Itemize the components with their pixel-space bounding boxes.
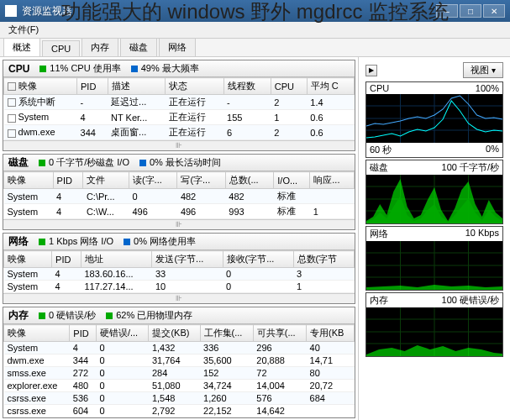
- square-icon: [39, 66, 46, 72]
- table-row[interactable]: System401,43233629640: [4, 342, 355, 354]
- chart-memory: 内存100 硬错误/秒: [365, 292, 503, 357]
- titlebar: 资源监视器 – □ ✕: [0, 0, 510, 22]
- panel-mem-header[interactable]: 内存 0 硬错误/秒 62% 已用物理内存: [3, 307, 355, 324]
- disk-table: 映像PID文件读(字...写(字...总数(...I/O...响应... Sys…: [3, 171, 355, 219]
- square-icon: [131, 66, 138, 72]
- scroll-hint[interactable]: ⊪: [3, 293, 355, 303]
- square-icon: [39, 312, 45, 319]
- table-row[interactable]: 系统中断-延迟过...正在运行-21.4: [4, 95, 355, 110]
- table-row[interactable]: dwm.exe344031,76435,60020,88814,71: [4, 354, 355, 367]
- tab-cpu[interactable]: CPU: [42, 40, 80, 56]
- window-title: 资源监视器: [22, 4, 436, 18]
- table-row[interactable]: csrss.exe60402,79222,15214,642: [4, 405, 355, 417]
- maximize-button[interactable]: □: [460, 4, 481, 18]
- left-pane: CPU 11% CPU 使用率 49% 最大频率 映像 PID 描述 状态 线程…: [0, 57, 359, 420]
- tabbar: 概述 CPU 内存 磁盘 网络: [0, 39, 510, 57]
- panel-cpu-title: CPU: [8, 63, 29, 75]
- checkbox-icon[interactable]: [8, 82, 16, 91]
- table-row[interactable]: System4C:\Pr...0482482标准: [4, 189, 355, 204]
- tab-network[interactable]: 网络: [159, 38, 196, 56]
- tab-memory[interactable]: 内存: [81, 38, 118, 56]
- mem-table: 映像PID硬错误/...提交(KB)工作集(...可共享(...专用(KB Sy…: [3, 324, 355, 417]
- panel-memory: 内存 0 硬错误/秒 62% 已用物理内存 映像PID硬错误/...提交(KB)…: [3, 307, 355, 418]
- square-icon: [39, 239, 45, 245]
- table-row[interactable]: System4C:\W...496496993标准1: [4, 204, 355, 219]
- svg-marker-20: [366, 285, 502, 290]
- table-row[interactable]: System4183.60.16...3303: [4, 268, 355, 281]
- minimize-button[interactable]: –: [436, 4, 458, 18]
- menubar: 文件(F): [0, 22, 510, 39]
- panel-cpu-header[interactable]: CPU 11% CPU 使用率 49% 最大频率: [3, 60, 355, 77]
- cpu-table: 映像 PID 描述 状态 线程数 CPU 平均 C 系统中断-延迟过...正在运…: [3, 77, 355, 140]
- table-row[interactable]: smss.exe27202841527280: [4, 367, 355, 380]
- table-row[interactable]: explorer.exe480051,08034,72414,00420,72: [4, 380, 355, 392]
- table-row[interactable]: dwm.exe344桌面窗...正在运行620.6: [4, 125, 355, 140]
- square-icon: [139, 160, 146, 166]
- panel-network: 网络 1 Kbps 网络 I/O 0% 网络使用率 映像PID地址发送(字节..…: [3, 233, 355, 304]
- net-table: 映像PID地址发送(字节...接收(字节...总数(字节 System4183.…: [3, 250, 355, 293]
- table-header-row: 映像PID地址发送(字节...接收(字节...总数(字节: [4, 251, 355, 268]
- panel-mem-title: 内存: [8, 308, 29, 323]
- table-row[interactable]: System4117.27.14...1001: [4, 281, 355, 293]
- right-pane: ▶ 视图 ▾ CPU100% 60 秒0% 磁盘100 千字节/秒 网络10 K…: [359, 57, 510, 420]
- menu-file[interactable]: 文件(F): [3, 22, 44, 38]
- table-header-row: 映像 PID 描述 状态 线程数 CPU 平均 C: [4, 78, 355, 95]
- square-icon: [124, 239, 130, 245]
- tab-disk[interactable]: 磁盘: [120, 38, 157, 56]
- panel-cpu: CPU 11% CPU 使用率 49% 最大频率 映像 PID 描述 状态 线程…: [3, 60, 355, 151]
- panel-disk-title: 磁盘: [8, 155, 29, 170]
- view-button[interactable]: 视图 ▾: [463, 62, 503, 78]
- table-row[interactable]: csrss.exe53601,5481,260576684: [4, 392, 355, 405]
- square-icon: [106, 312, 113, 319]
- table-header-row: 映像PID文件读(字...写(字...总数(...I/O...响应...: [4, 172, 355, 189]
- square-icon: [39, 160, 45, 166]
- table-row[interactable]: System4NT Ker...正在运行15510.6: [4, 110, 355, 125]
- app-icon: [5, 5, 17, 17]
- collapse-arrow-icon[interactable]: ▶: [365, 65, 377, 76]
- chart-disk: 磁盘100 千字节/秒: [365, 160, 503, 224]
- panel-disk: 磁盘 0 千字节/秒磁盘 I/O 0% 最长活动时间 映像PID文件读(字...…: [3, 154, 355, 230]
- chart-cpu: CPU100% 60 秒0%: [365, 81, 503, 158]
- chart-network: 网络10 Kbps: [365, 226, 503, 291]
- tab-overview[interactable]: 概述: [3, 38, 40, 56]
- scroll-hint[interactable]: ⊪: [3, 219, 355, 229]
- table-header-row: 映像PID硬错误/...提交(KB)工作集(...可共享(...专用(KB: [4, 325, 355, 342]
- scroll-hint[interactable]: ⊪: [3, 140, 355, 150]
- panel-disk-header[interactable]: 磁盘 0 千字节/秒磁盘 I/O 0% 最长活动时间: [3, 155, 355, 171]
- panel-net-title: 网络: [8, 234, 29, 249]
- close-button[interactable]: ✕: [483, 4, 505, 18]
- panel-net-header[interactable]: 网络 1 Kbps 网络 I/O 0% 网络使用率: [3, 234, 355, 250]
